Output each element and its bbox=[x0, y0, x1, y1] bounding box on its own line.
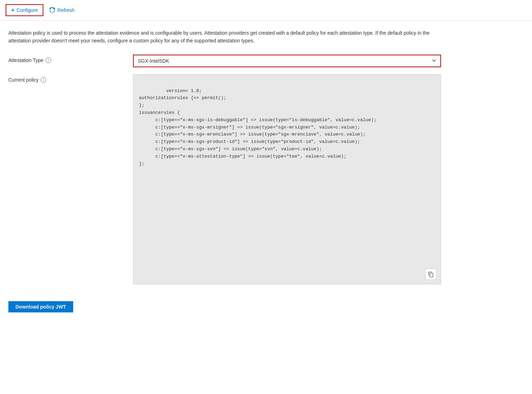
description-text: Attestation policy is used to process th… bbox=[8, 29, 442, 45]
svg-rect-0 bbox=[430, 273, 433, 277]
configure-button[interactable]: + Configure bbox=[6, 4, 43, 16]
main-content: Attestation policy is used to process th… bbox=[0, 21, 532, 293]
copy-icon bbox=[428, 271, 434, 277]
attestation-type-select-wrapper: SGX-IntelSDK SGX-OESD TPM OpenEnclave bbox=[133, 55, 441, 67]
refresh-icon bbox=[50, 7, 55, 13]
attestation-type-label: Attestation Type i bbox=[8, 55, 127, 63]
policy-box: version= 1.0; authorizationrules {=> per… bbox=[133, 74, 441, 284]
form-section: Attestation Type i SGX-IntelSDK SGX-OESD… bbox=[8, 55, 524, 284]
footer-section: Download policy JWT bbox=[0, 293, 532, 321]
current-policy-label: Current policy i bbox=[8, 74, 127, 83]
attestation-type-info-icon[interactable]: i bbox=[46, 57, 51, 63]
download-policy-jwt-button[interactable]: Download policy JWT bbox=[8, 301, 73, 312]
policy-text: version= 1.0; authorizationrules {=> per… bbox=[139, 88, 377, 166]
plus-icon: + bbox=[11, 7, 14, 13]
current-policy-row: Current policy i version= 1.0; authoriza… bbox=[8, 74, 524, 284]
current-policy-info-icon[interactable]: i bbox=[41, 77, 46, 83]
configure-label: Configure bbox=[16, 7, 38, 13]
attestation-type-control: SGX-IntelSDK SGX-OESD TPM OpenEnclave bbox=[133, 55, 441, 67]
copy-button[interactable] bbox=[425, 269, 436, 280]
toolbar: + Configure Refresh bbox=[0, 0, 532, 21]
refresh-button[interactable]: Refresh bbox=[45, 5, 79, 15]
attestation-type-row: Attestation Type i SGX-IntelSDK SGX-OESD… bbox=[8, 55, 524, 67]
current-policy-control: version= 1.0; authorizationrules {=> per… bbox=[133, 74, 441, 284]
refresh-label: Refresh bbox=[57, 7, 75, 13]
attestation-type-select[interactable]: SGX-IntelSDK SGX-OESD TPM OpenEnclave bbox=[134, 55, 440, 67]
